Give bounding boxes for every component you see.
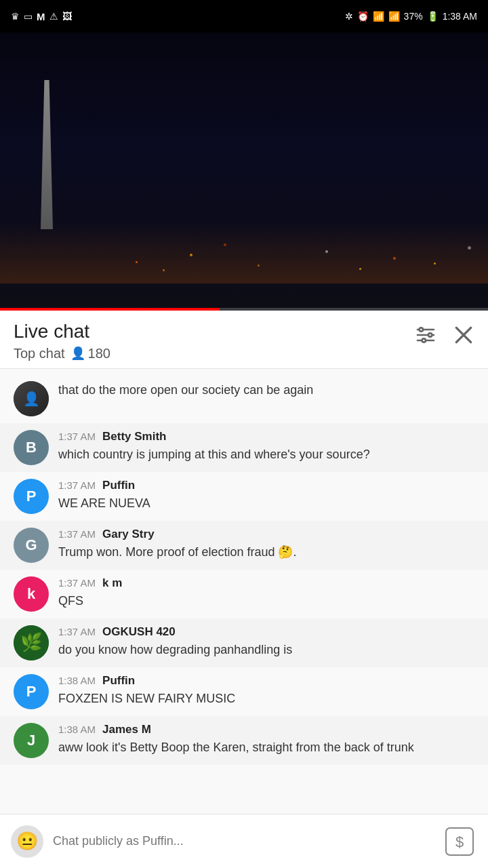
- message-time: 1:37 AM: [58, 479, 96, 491]
- message-body: that do the more open our society can be…: [58, 381, 474, 399]
- viewer-count: 👤 180: [70, 346, 110, 361]
- message-text: WE ARE NUEVA: [58, 494, 474, 512]
- battery-percent: 37%: [404, 11, 423, 22]
- crown-icon: ♛: [11, 11, 20, 22]
- message-meta: 1:37 AM Betty Smith: [58, 430, 474, 443]
- message-meta: 1:37 AM k m: [58, 576, 474, 590]
- table-row: P 1:38 AM Puffin FOXZEN IS NEW FAIRY MUS…: [0, 667, 488, 716]
- alarm-icon: ⏰: [357, 11, 369, 22]
- message-body: 1:37 AM OGKUSH 420 do you know how degra…: [58, 625, 474, 658]
- avatar: B: [14, 430, 49, 465]
- chat-input[interactable]: [53, 834, 432, 848]
- message-meta: 1:37 AM OGKUSH 420: [58, 625, 474, 639]
- message-body: 1:37 AM k m QFS: [58, 576, 474, 610]
- svg-text:$: $: [455, 833, 464, 850]
- emoji-button[interactable]: 😐: [11, 825, 43, 858]
- message-text: aww look it's Betty Boop the Karen, stra…: [58, 738, 474, 756]
- folder-icon: ▭: [24, 11, 33, 22]
- chat-subtitle: Top chat 👤 180: [14, 346, 110, 361]
- table-row: 👤 that do the more open our society can …: [0, 374, 488, 423]
- svg-point-5: [422, 338, 426, 342]
- viewer-number: 180: [88, 346, 110, 361]
- chat-panel: Live chat Top chat 👤 180: [0, 311, 488, 868]
- video-player[interactable]: [0, 33, 488, 311]
- avatar: P: [14, 674, 49, 709]
- chat-title: Live chat: [14, 320, 110, 343]
- table-row: J 1:38 AM James M aww look it's Betty Bo…: [0, 716, 488, 765]
- bluetooth-icon: ✲: [345, 11, 353, 22]
- message-text: Trump won. More proof of election fraud …: [58, 543, 474, 561]
- status-icons-left: ♛ ▭ M ⚠ 🖼: [11, 11, 72, 22]
- message-author: Puffin: [102, 479, 135, 492]
- message-text: do you know how degrading panhandling is: [58, 641, 474, 658]
- chat-input-bar: 😐 $: [0, 814, 488, 868]
- chat-header-titles: Live chat Top chat 👤 180: [14, 320, 110, 361]
- message-author: Puffin: [102, 674, 135, 688]
- status-icons-right: ✲ ⏰ 📶 📶 37% 🔋 1:38 AM: [345, 11, 477, 22]
- avatar: k: [14, 576, 49, 612]
- message-body: 1:37 AM Betty Smith which country is jum…: [58, 430, 474, 463]
- table-row: P 1:37 AM Puffin WE ARE NUEVA: [0, 472, 488, 521]
- message-time: 1:37 AM: [58, 577, 96, 589]
- message-meta: 1:37 AM Gary Stry: [58, 528, 474, 541]
- message-body: 1:37 AM Puffin WE ARE NUEVA: [58, 479, 474, 512]
- avatar: P: [14, 479, 49, 514]
- table-row: B 1:37 AM Betty Smith which country is j…: [0, 423, 488, 472]
- avatar: 👤: [14, 381, 49, 416]
- avatar: 🌿: [14, 625, 49, 660]
- battery-icon: 🔋: [427, 11, 439, 22]
- table-row: k 1:37 AM k m QFS: [0, 570, 488, 618]
- chat-header: Live chat Top chat 👤 180: [0, 311, 488, 369]
- message-body: 1:37 AM Gary Stry Trump won. More proof …: [58, 528, 474, 561]
- svg-point-3: [420, 328, 423, 331]
- message-author: k m: [102, 576, 122, 590]
- close-button[interactable]: [453, 324, 474, 346]
- table-row: 🌿 1:37 AM OGKUSH 420 do you know how deg…: [0, 618, 488, 667]
- video-progress-fill: [0, 308, 220, 311]
- message-text: which country is jumping at this and whe…: [58, 446, 474, 463]
- top-chat-label: Top chat: [14, 346, 65, 361]
- svg-point-4: [428, 333, 432, 336]
- message-time: 1:37 AM: [58, 528, 96, 540]
- avatar: G: [14, 528, 49, 563]
- message-text: that do the more open our society can be…: [58, 381, 474, 399]
- message-body: 1:38 AM James M aww look it's Betty Boop…: [58, 723, 474, 756]
- message-meta: 1:38 AM Puffin: [58, 674, 474, 688]
- signal-icon: 📶: [388, 11, 400, 22]
- emoji-icon: 😐: [16, 831, 38, 852]
- image-icon: 🖼: [62, 11, 72, 22]
- message-meta: 1:38 AM James M: [58, 723, 474, 736]
- viewers-icon: 👤: [70, 346, 85, 361]
- message-text: QFS: [58, 592, 474, 610]
- message-time: 1:38 AM: [58, 675, 96, 686]
- video-progress-bar[interactable]: [0, 308, 488, 311]
- message-author: Betty Smith: [102, 430, 166, 443]
- message-author: Gary Stry: [102, 528, 155, 541]
- avatar: J: [14, 723, 49, 758]
- table-row: G 1:37 AM Gary Stry Trump won. More proo…: [0, 521, 488, 570]
- wifi-icon: 📶: [373, 11, 384, 22]
- message-meta: 1:37 AM Puffin: [58, 479, 474, 492]
- m-icon: M: [37, 11, 45, 22]
- message-time: 1:37 AM: [58, 431, 96, 442]
- message-author: OGKUSH 420: [102, 625, 176, 639]
- warning-icon: ⚠: [49, 11, 58, 22]
- clock: 1:38 AM: [443, 11, 477, 22]
- status-bar: ♛ ▭ M ⚠ 🖼 ✲ ⏰ 📶 📶 37% 🔋 1:38 AM: [0, 0, 488, 33]
- message-text: FOXZEN IS NEW FAIRY MUSIC: [58, 690, 474, 707]
- chat-messages-list: 👤 that do the more open our society can …: [0, 369, 488, 831]
- filter-button[interactable]: [415, 324, 436, 346]
- message-body: 1:38 AM Puffin FOXZEN IS NEW FAIRY MUSIC: [58, 674, 474, 707]
- chat-header-actions[interactable]: [415, 320, 474, 346]
- super-chat-button[interactable]: $: [442, 824, 477, 859]
- message-time: 1:37 AM: [58, 626, 96, 637]
- message-time: 1:38 AM: [58, 724, 96, 735]
- message-author: James M: [102, 723, 151, 736]
